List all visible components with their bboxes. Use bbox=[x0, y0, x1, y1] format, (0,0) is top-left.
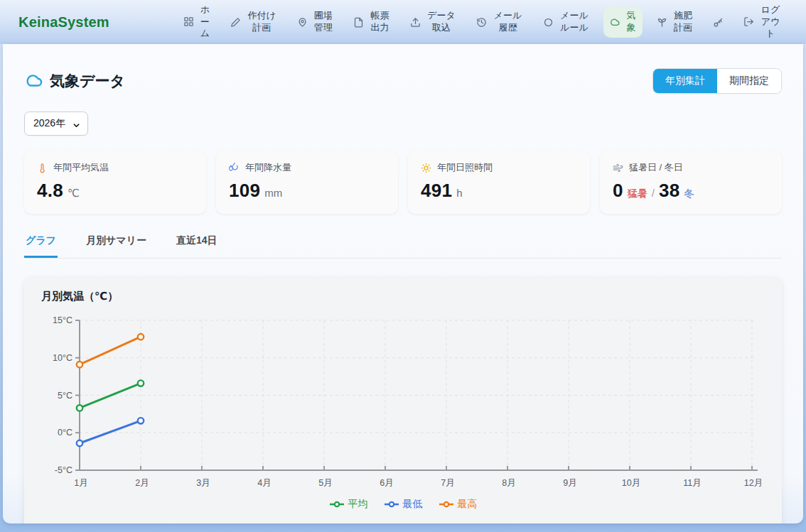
stat-value: 109 bbox=[229, 180, 260, 202]
stat-label: 年間日照時間 bbox=[437, 161, 493, 174]
chart-card: 月別気温（℃） 15°C10°C5°C0°C-5°C1月2月3月4月5月6月7月… bbox=[24, 278, 782, 523]
nav-label: 圃場管理 bbox=[313, 10, 334, 34]
sprout-icon bbox=[657, 17, 667, 28]
legend-item-average[interactable]: 平均 bbox=[329, 498, 368, 511]
nav-item-logout[interactable]: ログアウト bbox=[738, 1, 788, 44]
svg-text:12月: 12月 bbox=[744, 478, 763, 488]
hot-days-count: 0 bbox=[613, 180, 623, 202]
svg-text:4月: 4月 bbox=[257, 478, 271, 488]
cloud-icon bbox=[609, 17, 620, 28]
key-icon bbox=[713, 17, 724, 28]
stat-value: 491 bbox=[421, 180, 452, 202]
legend-item-maximum[interactable]: 最高 bbox=[439, 498, 478, 511]
tab-monthly-summary[interactable]: 月別サマリー bbox=[85, 234, 148, 258]
legend-item-minimum[interactable]: 最低 bbox=[384, 498, 423, 511]
year-select[interactable]: 2026年 bbox=[24, 112, 88, 136]
stat-label: 年間平均気温 bbox=[53, 161, 109, 174]
droplets-icon bbox=[229, 163, 240, 173]
sun-icon bbox=[421, 163, 431, 173]
hot-days-label: 猛暑 bbox=[628, 188, 648, 200]
history-icon bbox=[476, 17, 487, 28]
stat-card-precipitation: 年間降水量 109 mm bbox=[216, 151, 398, 214]
map-pin-icon bbox=[297, 17, 308, 28]
nav-label: 帳票出力 bbox=[369, 10, 390, 34]
legend-label: 最高 bbox=[458, 498, 478, 511]
svg-text:10月: 10月 bbox=[622, 478, 640, 488]
rule-circle-icon bbox=[543, 17, 554, 28]
stat-label: 年間降水量 bbox=[245, 161, 291, 174]
nav-label: データ取込 bbox=[426, 10, 457, 34]
nav-label: 気象 bbox=[625, 10, 637, 34]
thermometer-icon bbox=[37, 163, 48, 173]
separator: / bbox=[652, 187, 655, 199]
stat-unit: ℃ bbox=[68, 187, 80, 200]
yearly-summary-button[interactable]: 年別集計 bbox=[653, 69, 717, 93]
nav-label: メールルール bbox=[559, 10, 590, 34]
nav-item-report-output[interactable]: 帳票出力 bbox=[348, 6, 396, 38]
svg-text:8月: 8月 bbox=[502, 478, 515, 488]
nav-item-password[interactable] bbox=[707, 13, 729, 31]
tab-bar: グラフ 月別サマリー 直近14日 bbox=[24, 234, 782, 259]
stat-card-avg-temp: 年間平均気温 4.8 ℃ bbox=[24, 151, 206, 214]
logout-icon bbox=[743, 16, 754, 27]
svg-text:9月: 9月 bbox=[563, 478, 576, 488]
nav-label: メール履歴 bbox=[492, 10, 523, 34]
nav-label: 施肥計画 bbox=[672, 10, 694, 34]
nav-item-mail-rules[interactable]: メールルール bbox=[537, 6, 596, 38]
view-mode-toggle: 年別集計 期間指定 bbox=[652, 68, 782, 94]
nav-item-weather[interactable]: 気象 bbox=[603, 6, 643, 38]
stat-card-extreme-days: 猛暑日 / 冬日 0 猛暑 / 38 冬 bbox=[600, 151, 782, 214]
nav-item-mail-history[interactable]: メール履歴 bbox=[471, 6, 529, 38]
svg-text:10°C: 10°C bbox=[53, 353, 72, 363]
pencil-icon bbox=[230, 17, 241, 28]
document-icon bbox=[353, 17, 364, 28]
cold-days-label: 冬 bbox=[684, 188, 694, 200]
page-header: 気象データ 年別集計 期間指定 bbox=[24, 68, 782, 94]
tab-graph[interactable]: グラフ bbox=[24, 234, 58, 258]
page-title: 気象データ bbox=[50, 71, 125, 91]
svg-text:2月: 2月 bbox=[135, 478, 149, 488]
monthly-temperature-chart[interactable]: 15°C10°C5°C0°C-5°C1月2月3月4月5月6月7月8月9月10月1… bbox=[37, 312, 769, 494]
nav-item-field-management[interactable]: 圃場管理 bbox=[291, 6, 340, 38]
svg-text:0°C: 0°C bbox=[58, 428, 72, 438]
nav-item-home[interactable]: ホーム bbox=[178, 1, 217, 44]
svg-text:-5°C: -5°C bbox=[55, 465, 72, 475]
period-select-button[interactable]: 期間指定 bbox=[717, 69, 781, 93]
svg-text:6月: 6月 bbox=[380, 478, 393, 488]
legend-marker-average bbox=[329, 501, 345, 508]
svg-text:5°C: 5°C bbox=[58, 391, 72, 401]
main-content: 気象データ 年別集計 期間指定 2026年 年間平均気温 4.8 ℃ 年間降水量 bbox=[3, 44, 803, 523]
stat-value: 4.8 bbox=[37, 180, 63, 202]
svg-text:3月: 3月 bbox=[196, 478, 210, 488]
chart-title: 月別気温（℃） bbox=[41, 290, 769, 303]
brand-logo[interactable]: KeinaSystem bbox=[18, 14, 109, 31]
svg-text:15°C: 15°C bbox=[53, 315, 72, 325]
chart-legend: 平均 最低 最高 bbox=[37, 498, 769, 511]
tab-recent-14-days[interactable]: 直近14日 bbox=[175, 234, 219, 258]
nav-label: 作付け計画 bbox=[246, 10, 277, 34]
legend-label: 平均 bbox=[348, 498, 368, 511]
nav-item-fertilization-plan[interactable]: 施肥計画 bbox=[651, 6, 699, 38]
stat-label: 猛暑日 / 冬日 bbox=[629, 161, 683, 174]
nav-item-planting-plan[interactable]: 作付け計画 bbox=[225, 6, 283, 38]
nav-items: ホーム 作付け計画 圃場管理 帳票出力 データ取込 メール履歴 メールルール bbox=[178, 0, 788, 44]
legend-label: 最低 bbox=[403, 498, 423, 511]
svg-text:7月: 7月 bbox=[441, 478, 454, 488]
svg-text:11月: 11月 bbox=[683, 478, 701, 488]
nav-item-data-import[interactable]: データ取込 bbox=[404, 6, 463, 38]
legend-marker-maximum bbox=[439, 501, 454, 508]
weather-cloud-icon bbox=[24, 72, 43, 90]
top-navbar: KeinaSystem ホーム 作付け計画 圃場管理 帳票出力 データ取込 メー… bbox=[0, 0, 806, 44]
wind-icon bbox=[613, 163, 623, 173]
stat-unit: mm bbox=[264, 187, 282, 199]
stats-row: 年間平均気温 4.8 ℃ 年間降水量 109 mm 年間日照時間 4 bbox=[24, 151, 782, 214]
stat-card-sunshine: 年間日照時間 491 h bbox=[408, 151, 590, 214]
upload-icon bbox=[410, 17, 421, 28]
nav-label: ホーム bbox=[199, 4, 211, 40]
svg-text:1月: 1月 bbox=[74, 478, 87, 488]
chevron-down-icon bbox=[72, 120, 80, 128]
svg-text:5月: 5月 bbox=[318, 478, 332, 488]
year-select-value: 2026年 bbox=[33, 117, 65, 130]
home-grid-icon bbox=[183, 16, 194, 27]
legend-marker-minimum bbox=[384, 501, 399, 508]
